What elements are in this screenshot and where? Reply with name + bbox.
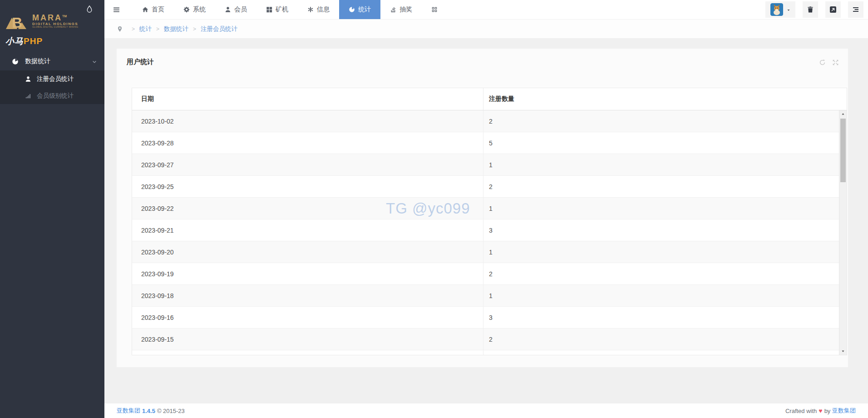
footer-by-text: by — [824, 408, 831, 414]
trash-button[interactable] — [803, 1, 818, 18]
gear-icon — [183, 6, 190, 13]
heart-icon: ♥ — [819, 407, 822, 414]
table-row: 2023-09-285 — [132, 132, 847, 154]
sidebar-item-member-level-stats[interactable]: 会员级别统计 — [0, 87, 104, 104]
sidebar-item-registered-members-stats[interactable]: 注册会员统计 — [0, 70, 104, 87]
refresh-icon[interactable] — [819, 58, 826, 66]
external-icon — [829, 6, 837, 13]
registrations-table: 日期 注册数量 2023-10-0222023-09-2852023-09-27… — [132, 88, 847, 355]
nav-item-system[interactable]: 系统 — [174, 0, 215, 19]
nav-item-lottery[interactable]: 抽奖 — [380, 0, 422, 19]
nav-item-miners[interactable]: 矿机 — [256, 0, 298, 19]
main-content: 用户统计 日期 注册数量 2023-10-0222023-09-2852023-… — [104, 38, 868, 403]
pie-chart-icon — [12, 58, 19, 65]
asterisk-icon — [307, 6, 314, 13]
scrollbar-down-arrow[interactable] — [839, 348, 847, 355]
cell-date: 2023-09-20 — [132, 241, 483, 263]
cell-count: 1 — [483, 241, 847, 263]
table-header-date: 日期 — [132, 88, 483, 110]
user-avatar-button[interactable] — [765, 1, 795, 18]
location-pin-icon — [117, 26, 123, 32]
cell-count: 1 — [483, 198, 847, 219]
cell-count: 2 — [483, 110, 847, 132]
sidebar-item-data-stats[interactable]: 数据统计 — [0, 52, 104, 70]
nav-item-label: 抽奖 — [399, 5, 412, 14]
cell-date: 2023-09-22 — [132, 198, 483, 219]
cell-date: 2023-09-16 — [132, 307, 483, 328]
cell-count: 5 — [483, 132, 847, 154]
pie-chart-icon — [349, 6, 355, 13]
table-row: 2023-09-213 — [132, 219, 847, 241]
breadcrumb-link[interactable]: 统计 — [139, 25, 152, 32]
external-link-button[interactable] — [825, 1, 841, 18]
nav-item-apps[interactable] — [422, 0, 447, 19]
user-stats-card: 用户统计 日期 注册数量 2023-10-0222023-09-2852023-… — [117, 49, 848, 367]
table-header-count: 注册数量 — [483, 88, 847, 110]
table-row: 2023-09-271 — [132, 154, 847, 176]
align-icon — [852, 6, 859, 13]
nav-item-label: 矿机 — [276, 5, 288, 14]
cell-count: 1 — [483, 154, 847, 175]
card-tools — [819, 58, 839, 66]
nav-item-label: 会员 — [234, 5, 247, 14]
sidebar-item-label: 数据统计 — [25, 57, 50, 65]
hamburger-icon — [113, 6, 120, 14]
nav-item-label: 首页 — [152, 5, 164, 14]
table-row: 2023-09-221 — [132, 198, 847, 219]
cell-date: 2023-09-21 — [132, 219, 483, 241]
scrollbar-thumb[interactable] — [840, 119, 846, 182]
cell-date: 2023-09-25 — [132, 176, 483, 197]
sidebar-toggle-button[interactable] — [104, 0, 128, 19]
cell-count: 2 — [483, 263, 847, 284]
nav-item-stats[interactable]: 统计 — [339, 0, 380, 19]
footer-left: 亚数集团1.4.5© 2015-23 — [117, 407, 185, 415]
mara-emblem-icon: B — [5, 12, 29, 30]
nav-items: 首页系统会员矿机信息统计抽奖 — [133, 0, 447, 19]
cell-count: 2 — [483, 328, 847, 350]
table-row: 2023-09-252 — [132, 176, 847, 198]
log-list-button[interactable] — [848, 1, 863, 18]
scrollbar-up-arrow[interactable] — [839, 110, 847, 118]
footer-brand-link-right[interactable]: 亚数集团 — [832, 407, 856, 414]
table-row: 2023-09-192 — [132, 263, 847, 285]
bar-chart-icon — [25, 93, 31, 99]
footer-crafted-text: Crafted with — [785, 408, 817, 414]
avatar — [770, 3, 783, 16]
caret-down-icon — [786, 5, 791, 14]
nav-item-info[interactable]: 信息 — [298, 0, 339, 19]
nav-item-members[interactable]: 会员 — [215, 0, 256, 19]
sub-brand: 小马PHP — [5, 35, 43, 47]
chevron-down-icon — [92, 58, 97, 65]
breadcrumb-link[interactable]: 数据统计 — [164, 25, 188, 32]
topbar: 首页系统会员矿机信息统计抽奖 — [104, 0, 868, 19]
svg-text:B: B — [12, 15, 22, 30]
sidebar-subitem-label: 注册会员统计 — [37, 75, 74, 83]
sidebar-submenu: 注册会员统计会员级别统计 — [0, 70, 104, 104]
breadcrumb: >统计>数据统计>注册会员统计 — [104, 19, 868, 38]
user-icon — [225, 6, 231, 13]
expand-icon[interactable] — [832, 58, 839, 66]
breadcrumb-separator: > — [156, 26, 159, 32]
table-row: 2023-09-181 — [132, 285, 847, 307]
cell-count: 3 — [483, 307, 847, 328]
cell-date: 2023-09-28 — [132, 132, 483, 154]
caret-down-icon — [786, 8, 791, 12]
footer-version: 1.4.5 — [142, 408, 155, 414]
brand-logo: B MARATM DIGITAL HOLDINGS GLOBAL DIGITAL… — [5, 12, 78, 30]
brand-name: MARATM — [32, 14, 78, 22]
grid-icon — [266, 6, 272, 13]
table-body: 2023-10-0222023-09-2852023-09-2712023-09… — [132, 110, 847, 355]
cell-date: 2023-09-19 — [132, 263, 483, 284]
nav-item-home[interactable]: 首页 — [133, 0, 174, 19]
sidebar-subitem-label: 会员级别统计 — [37, 92, 74, 100]
breadcrumb-separator: > — [132, 26, 135, 32]
card-title: 用户统计 — [127, 49, 154, 75]
nav-right — [765, 0, 868, 19]
breadcrumb-link[interactable]: 注册会员统计 — [201, 25, 237, 32]
sidebar: B MARATM DIGITAL HOLDINGS GLOBAL DIGITAL… — [0, 0, 104, 418]
cell-date: 2023-10-02 — [132, 110, 483, 132]
footer-brand-link[interactable]: 亚数集团 — [117, 407, 140, 414]
table-scrollbar[interactable] — [839, 110, 847, 355]
table-row: 2023-09-201 — [132, 241, 847, 263]
table-row: 2023-10-022 — [132, 110, 847, 132]
